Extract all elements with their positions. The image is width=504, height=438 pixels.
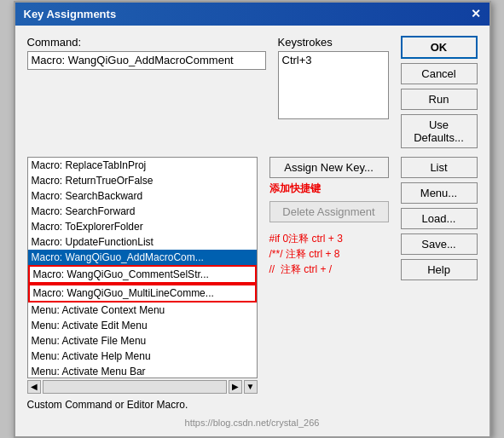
status-text: Custom Command or Editor Macro. [27, 399, 258, 411]
assign-new-key-button[interactable]: Assign New Key... [269, 157, 389, 178]
assign-label: Assign New Key... [284, 161, 374, 174]
command-list-item[interactable]: Macro: WangQiGuo_CommentSelStr... [28, 265, 257, 284]
command-list-item[interactable]: Macro: ReplaceTabInProj [28, 158, 257, 173]
main-section: Macro: ReplaceTabInProjMacro: ReturnTrue… [27, 157, 478, 411]
help-button[interactable]: Help [401, 259, 478, 280]
title-bar: Key Assignments ✕ [15, 3, 490, 26]
dialog-title: Key Assignments [24, 8, 117, 20]
scrollbar-row: ◀ ▶ ▼ [27, 380, 258, 394]
watermark: https://blog.csdn.net/crystal_266 [27, 418, 478, 428]
command-list-item[interactable]: Menu: Activate Menu Bar [28, 364, 257, 378]
command-list-item[interactable]: Menu: Activate Context Menu [28, 303, 257, 318]
load-button[interactable]: Load... [401, 208, 478, 229]
command-input[interactable] [27, 51, 266, 70]
list-button[interactable]: List [401, 157, 478, 178]
horizontal-scrollbar[interactable] [43, 380, 227, 394]
close-button[interactable]: ✕ [471, 8, 481, 20]
top-section: Command: Keystrokes Ctrl+3 OK Cancel Run… [27, 36, 478, 148]
command-list-item[interactable]: Macro: SearchForward [28, 204, 257, 219]
save-button[interactable]: Save... [401, 233, 478, 255]
keystrokes-area: Keystrokes Ctrl+3 [278, 36, 389, 148]
keystrokes-label: Keystrokes [278, 36, 389, 49]
ok-button[interactable]: OK [401, 36, 478, 59]
command-list-item[interactable]: Menu: Activate Edit Menu [28, 318, 257, 333]
keystrokes-box: Ctrl+3 [278, 51, 389, 119]
command-label: Command: [27, 36, 266, 49]
key-assignments-dialog: Key Assignments ✕ Command: Keystrokes Ct… [14, 1, 491, 438]
right-panel-bottom: List Menu... Load... Save... Help [401, 157, 478, 280]
command-list-item[interactable]: Macro: SearchBackward [28, 188, 257, 204]
keystroke-value: Ctrl+3 [282, 54, 385, 66]
command-list-item[interactable]: Macro: UpdateFunctionList [28, 234, 257, 250]
command-list-item[interactable]: Menu: Activate Help Menu [28, 349, 257, 364]
cancel-button[interactable]: Cancel [401, 63, 478, 84]
delete-assignment-button[interactable]: Delete Assignment [269, 201, 389, 222]
command-list-container[interactable]: Macro: ReplaceTabInProjMacro: ReturnTrue… [27, 157, 258, 378]
scroll-right-arrow[interactable]: ▶ [229, 380, 242, 394]
command-list-item[interactable]: Macro: ToExplorerFolder [28, 219, 257, 234]
command-list-item[interactable]: Macro: ReturnTrueOrFalse [28, 173, 257, 188]
run-button[interactable]: Run [401, 89, 478, 110]
command-list: Macro: ReplaceTabInProjMacro: ReturnTrue… [28, 158, 257, 378]
right-panel-top: OK Cancel Run Use Defaults... [401, 36, 478, 148]
add-shortcut-label: 添加快捷键 [269, 182, 389, 196]
annotation-text: #if 0注释 ctrl + 3 /**/ 注释 ctrl + 8 // 注释 … [269, 231, 389, 277]
dialog-body: Command: Keystrokes Ctrl+3 OK Cancel Run… [15, 26, 490, 436]
middle-panel: Assign New Key... 添加快捷键 Delete Assignmen… [269, 157, 389, 277]
use-defaults-button[interactable]: Use Defaults... [401, 114, 478, 148]
command-list-item[interactable]: Macro: WangQiGuo_MultiLineComme... [28, 284, 257, 303]
left-panel: Macro: ReplaceTabInProjMacro: ReturnTrue… [27, 157, 258, 411]
scroll-down-arrow[interactable]: ▼ [244, 380, 258, 394]
command-area: Command: [27, 36, 266, 148]
command-list-item[interactable]: Menu: Activate File Menu [28, 333, 257, 349]
menu-button[interactable]: Menu... [401, 182, 478, 204]
command-list-item[interactable]: Macro: WangQiGuo_AddMacroCom... [28, 250, 257, 265]
scroll-left-arrow[interactable]: ◀ [27, 380, 41, 394]
